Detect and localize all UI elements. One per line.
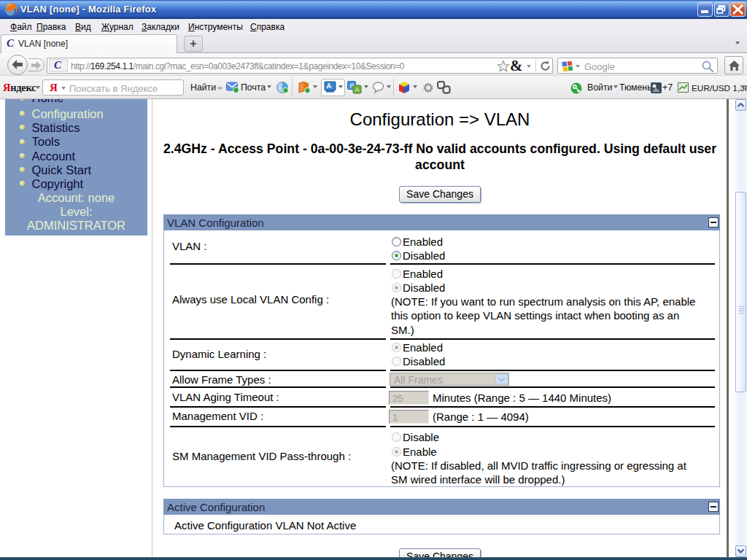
svg-text:A: A	[355, 86, 360, 93]
